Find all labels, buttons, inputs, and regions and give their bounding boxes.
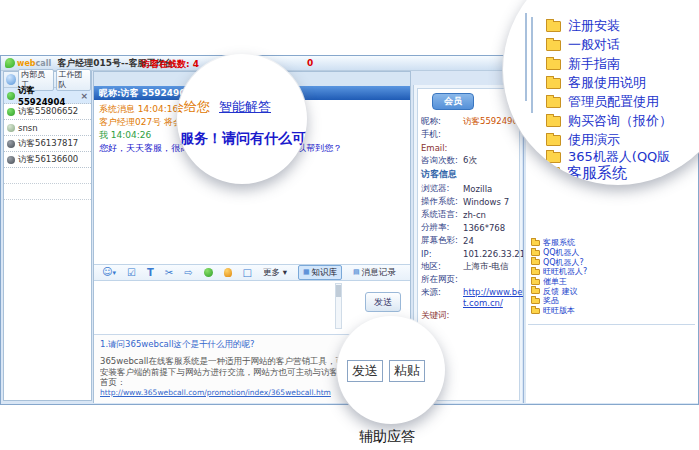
field-label: Email: (421, 143, 463, 153)
scissors-icon[interactable]: ✂ (165, 265, 173, 280)
screenshot-icon[interactable]: ☑ (127, 265, 136, 280)
folder-icon (546, 40, 561, 51)
source-row: 来源: http://www.betasct.com.cn/ (421, 287, 520, 309)
folder-icon (531, 259, 540, 265)
input-scrollbar[interactable] (335, 283, 342, 329)
knowledge-base-button[interactable]: ▦知识库 (298, 265, 342, 280)
more-button[interactable]: 更多 ▾ (263, 267, 287, 279)
empty-list-row (4, 168, 91, 184)
folder-icon (531, 308, 540, 314)
nudge-icon[interactable] (224, 268, 232, 277)
tree-item-label: 一般对话 (568, 36, 620, 54)
field-label: 浏览器: (421, 183, 463, 195)
visitor-away-icon (7, 124, 15, 132)
folder-icon (546, 78, 561, 89)
field-label: 咨询次数: (421, 155, 463, 167)
close-icon[interactable]: × (80, 91, 88, 101)
font-icon[interactable]: T (147, 265, 154, 280)
field-value: 1366*768 (463, 223, 505, 233)
folder-icon (546, 152, 561, 163)
magnified-greeting-text: 服务！请问有什么可以 (180, 130, 307, 148)
field-value: 24 (463, 236, 474, 246)
file-transfer-icon[interactable]: ⇨ (184, 265, 192, 280)
window-icon[interactable]: □ (243, 265, 252, 280)
tree-item-label: 使用演示 (568, 131, 620, 149)
field-row: 所在网页: (421, 273, 520, 286)
scrollbar-thumb[interactable] (336, 285, 341, 297)
visitors-online-count: 访客在线数: 4 (141, 58, 199, 71)
field-value: 访客5592490 (463, 116, 518, 128)
visitor-list-item[interactable]: 访客56137817 (4, 136, 91, 152)
field-label: 屏幕色彩: (421, 235, 463, 247)
tree-item-magnified[interactable]: 客服使用说明 (546, 74, 646, 92)
field-row: 手机: (421, 128, 520, 141)
empty-list-row (4, 184, 91, 200)
field-row: 咨询次数:6次 (421, 154, 520, 167)
magnified-text: 给您 (184, 99, 210, 114)
smiley-glyph: ☺ (102, 266, 112, 277)
panel-edge-line (531, 17, 533, 113)
visitor-offline-icon (7, 140, 15, 148)
tree-item-magnified[interactable]: 管理员配置使用 (546, 93, 659, 111)
visitors-online-count-tail: 0 (307, 58, 313, 68)
folder-icon (531, 250, 540, 256)
field-label: 关键词: (421, 310, 463, 322)
grid-icon: ▦ (303, 265, 310, 280)
field-row: 昵称:访客5592490 (421, 115, 520, 128)
field-label: 系统语言: (421, 209, 463, 221)
magnifier-smart-answer: 会给您智能解答 服务！请问有什么可以 (177, 54, 307, 184)
contact-icon[interactable] (204, 268, 213, 277)
send-button[interactable]: 发送 (365, 292, 401, 312)
visitor-name: snsn (18, 123, 38, 133)
magnifier-send-paste: 发送 粘贴 (337, 316, 445, 424)
logo-text-web: web (17, 59, 36, 68)
visitor-name: 访客56136600 (18, 154, 78, 166)
more-label: 更多 (263, 267, 280, 277)
field-row: 分辨率:1366*768 (421, 221, 520, 234)
tree-item-magnified[interactable]: 使用演示 (546, 131, 620, 149)
field-row: Email: (421, 141, 520, 154)
webcall-logo-icon (5, 58, 15, 68)
source-link-line[interactable]: t.com.cn/ (463, 298, 503, 308)
tree-item-label: 注册安装 (568, 17, 620, 35)
tree-item-magnified[interactable]: 一般对话 (546, 36, 620, 54)
field-row: 浏览器:Mozilla (421, 182, 520, 195)
paste-button-magnified[interactable]: 粘贴 (389, 360, 425, 382)
field-label: 昵称: (421, 116, 463, 128)
field-row: 地区:上海市-电信 (421, 260, 520, 273)
folder-icon (546, 21, 561, 32)
tree-item-label: 管理员配置使用 (568, 93, 659, 111)
folder-icon (531, 269, 540, 275)
figure-caption: 辅助应答 (337, 428, 437, 446)
folder-icon (531, 298, 540, 304)
smart-answer-link-magnified[interactable]: 智能解答 (219, 99, 271, 114)
field-row: 操作系统:Windows 7 (421, 195, 520, 208)
knowledge-base-label: 知识库 (312, 267, 338, 279)
member-tab[interactable]: 会员 (432, 93, 474, 110)
visitor-sidebar: 内部员工 工作团队 访客55924904 × 访客55806652 snsn 访… (3, 71, 92, 401)
field-label: 操作系统: (421, 196, 463, 208)
status-sphere-icon[interactable] (6, 74, 16, 85)
tree-item-label: 客服使用说明 (568, 74, 646, 92)
field-label: 手机: (421, 129, 463, 141)
visitor-list-item[interactable]: snsn (4, 120, 91, 136)
magnified-system-message: 会给您智能解答 (177, 98, 271, 116)
message-history-button[interactable]: ▤消息记录 (353, 265, 396, 280)
tree-item-magnified[interactable]: 购买咨询（报价） (546, 112, 672, 130)
smiley-icon[interactable]: ☺▾ (102, 264, 116, 281)
field-value: 6次 (463, 155, 477, 167)
visitor-list-item[interactable]: 访客56136600 (4, 152, 91, 168)
knowledge-tree-items: 客服系统 QQ机器人 QQ机器人? 旺旺机器人? 催单王 反馈 建议 奖品 旺旺… (531, 238, 694, 316)
logo-text-call: call (36, 59, 52, 68)
visitor-list-item[interactable]: 访客55806652 (4, 104, 91, 120)
tree-item-magnified[interactable]: 新手指南 (546, 55, 620, 73)
send-button-magnified[interactable]: 发送 (347, 360, 383, 382)
folder-icon (546, 97, 561, 108)
tree-item-magnified[interactable]: 注册安装 (546, 17, 620, 35)
folder-icon (531, 240, 540, 246)
field-value: 101.226.33.218 (463, 249, 531, 259)
tree-item[interactable]: 旺旺版本 (531, 306, 694, 316)
visitor-name: 访客56137817 (18, 138, 78, 150)
folder-icon (546, 59, 561, 70)
field-label: 地区: (421, 261, 463, 273)
